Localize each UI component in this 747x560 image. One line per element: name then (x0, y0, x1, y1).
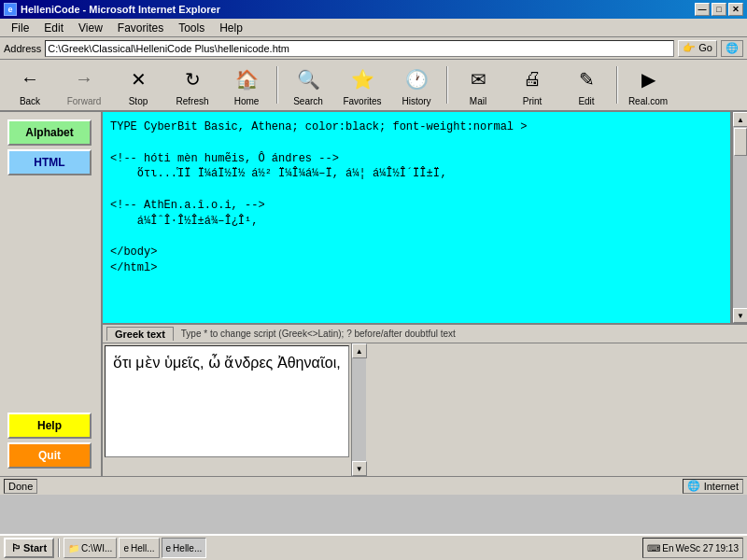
menu-bar: File Edit View Favorites Tools Help (0, 19, 747, 37)
greek-text: ὅτι μὲν ὑμεῖς, ὦ ἄνδρες Ἀθηναῖοι, (113, 355, 341, 371)
menu-file[interactable]: File (4, 20, 36, 36)
menu-help[interactable]: Help (212, 20, 250, 36)
greek-scroll-down[interactable]: ▼ (352, 461, 367, 476)
title-bar: e HelleniCode - Microsoft Internet Explo… (0, 0, 747, 19)
print-icon: 🖨 (517, 64, 547, 94)
scroll-up-arrow[interactable]: ▲ (733, 112, 747, 127)
search-icon: 🔍 (293, 64, 323, 94)
edit-icon: ✎ (571, 64, 601, 94)
zone-icon: 🌐 (687, 480, 700, 492)
home-button[interactable]: 🏠 Home (220, 62, 273, 108)
history-label: History (402, 96, 430, 106)
edit-label: Edit (578, 96, 594, 106)
address-label: Address (4, 43, 41, 54)
refresh-icon: ↻ (177, 64, 207, 94)
refresh-button[interactable]: ↻ Refresh (166, 62, 218, 108)
print-button[interactable]: 🖨 Print (506, 62, 558, 108)
taskbar-item-1-label: Hell... (131, 543, 155, 553)
search-label: Search (293, 96, 323, 106)
back-label: Back (20, 96, 40, 106)
taskbar-item-0-label: C:\WI... (81, 543, 112, 553)
alphabet-button[interactable]: Alphabet (7, 119, 92, 146)
forward-label: Forward (67, 96, 102, 106)
scroll-thumb[interactable] (734, 128, 747, 156)
status-zone: 🌐 Internet (683, 479, 743, 494)
html-scrollbar[interactable]: ▲ ▼ (732, 112, 747, 323)
window-controls: — □ ✕ (695, 3, 743, 16)
quit-button[interactable]: Quit (7, 442, 92, 469)
zone-text: Internet (704, 481, 739, 492)
stop-icon: ✕ (123, 64, 153, 94)
stop-button[interactable]: ✕ Stop (112, 62, 164, 108)
history-button[interactable]: 🕐 History (390, 62, 443, 108)
stop-label: Stop (129, 96, 148, 106)
toolbar-sep-1 (276, 66, 278, 104)
scroll-down-arrow[interactable]: ▼ (733, 308, 747, 323)
html-button[interactable]: HTML (7, 149, 92, 175)
greek-panel: Greek text Type * to change script (Gree… (103, 323, 747, 476)
favorites-icon: ⭐ (347, 64, 377, 94)
status-text: Done (8, 481, 33, 492)
refresh-label: Refresh (176, 96, 208, 106)
greek-scrollbar[interactable]: ▲ ▼ (351, 343, 366, 476)
address-bar: Address 👉 Go 🌐 (0, 37, 747, 60)
status-bar: Done 🌐 Internet (0, 476, 747, 495)
greek-scroll-up[interactable]: ▲ (352, 343, 367, 358)
toolbar-sep-2 (446, 66, 448, 104)
taskbar-clock: 19:13 (715, 543, 739, 553)
taskbar-item-0-icon: 📁 (68, 543, 79, 553)
taskbar-sep (58, 539, 60, 557)
home-label: Home (234, 96, 260, 106)
mail-button[interactable]: ✉ Mail (452, 62, 504, 108)
greek-scroll-track (352, 358, 366, 461)
search-button[interactable]: 🔍 Search (282, 62, 334, 108)
mail-label: Mail (470, 96, 486, 106)
maximize-button[interactable]: □ (712, 3, 726, 16)
content-panel: TYPE CyberBit Basic, Athena; color:black… (103, 112, 747, 476)
help-button[interactable]: Help (7, 413, 92, 439)
greek-hint: Type * to change script (Greek<>Latin); … (181, 329, 456, 339)
forward-button[interactable]: → Forward (58, 62, 110, 108)
menu-edit[interactable]: Edit (36, 20, 71, 36)
go-button[interactable]: 👉 Go (678, 40, 717, 57)
back-button[interactable]: ← Back (4, 62, 56, 108)
realcom-button[interactable]: ▶ Real.com (622, 62, 674, 108)
toolbar-sep-3 (616, 66, 618, 104)
system-tray: ⌨ En WeSc 27 19:13 (642, 538, 743, 558)
start-label: Start (23, 542, 47, 553)
start-button[interactable]: 🏳 Start (4, 538, 54, 558)
taskbar-item-2-icon: e (166, 543, 172, 553)
realcom-label: Real.com (628, 96, 668, 106)
links-button[interactable]: 🌐 (721, 40, 743, 57)
taskbar-item-1[interactable]: e Hell... (119, 538, 159, 558)
taskbar: 🏳 Start 📁 C:\WI... e Hell... e Helle... … (0, 534, 747, 560)
menu-view[interactable]: View (71, 20, 110, 36)
favorites-button[interactable]: ⭐ Favorites (336, 62, 388, 108)
taskbar-item-0[interactable]: 📁 C:\WI... (63, 538, 117, 558)
close-button[interactable]: ✕ (728, 3, 743, 16)
history-icon: 🕐 (402, 64, 431, 94)
back-icon: ← (15, 64, 45, 94)
menu-favorites[interactable]: Favorites (110, 20, 171, 36)
scroll-track (733, 127, 747, 308)
greek-tab[interactable]: Greek text (106, 327, 174, 341)
greek-content[interactable]: ὅτι μὲν ὑμεῖς, ὦ ἄνδρες Ἀθηναῖοι, (105, 345, 349, 457)
realcom-icon: ▶ (633, 64, 663, 94)
favorites-label: Favorites (343, 96, 381, 106)
status-done: Done (4, 479, 37, 494)
mail-icon: ✉ (463, 64, 493, 94)
minimize-button[interactable]: — (695, 3, 710, 16)
taskbar-item-2[interactable]: e Helle... (162, 538, 207, 558)
toolbar: ← Back → Forward ✕ Stop ↻ Refresh 🏠 Home… (0, 60, 747, 112)
print-label: Print (523, 96, 543, 106)
tray-keyboard-layout: En (662, 543, 673, 553)
sidebar: Alphabet HTML Help Quit (0, 112, 103, 476)
edit-button[interactable]: ✎ Edit (560, 62, 613, 108)
html-view: TYPE CyberBit Basic, Athena; color:black… (103, 112, 732, 323)
window-title: HelleniCode - Microsoft Internet Explore… (21, 4, 220, 15)
app-icon: e (4, 3, 17, 16)
menu-tools[interactable]: Tools (171, 20, 212, 36)
start-icon: 🏳 (11, 542, 21, 553)
greek-panel-header: Greek text Type * to change script (Gree… (103, 325, 747, 343)
address-input[interactable] (45, 40, 674, 57)
